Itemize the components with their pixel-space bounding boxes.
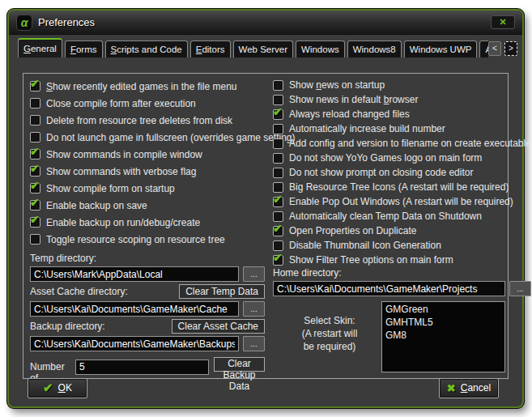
tab-windows8[interactable]: Windows8 <box>347 40 402 57</box>
checkbox-label: Enable backup on save <box>46 200 147 211</box>
checkbox-checked[interactable]: ✔ <box>30 183 40 194</box>
tab-windows-uwp[interactable]: Windows UWP <box>404 40 478 57</box>
home-directory-input[interactable] <box>273 281 505 296</box>
skin-option[interactable]: GM8 <box>385 329 501 342</box>
skin-option[interactable]: GMGreen <box>385 303 501 316</box>
preferences-window: α Preferences ✕ GeneralFormsScripts and … <box>7 9 524 408</box>
directories-section: Temp directory: ... Asset Cache director… <box>30 253 265 377</box>
chevron-right-icon: > <box>509 44 513 53</box>
tab-forms[interactable]: Forms <box>65 40 103 57</box>
left-checkbox-list: ✔Show recently edited games in the file … <box>30 78 265 248</box>
backup-directory-browse-button[interactable]: ... <box>243 336 265 351</box>
checkbox-unchecked[interactable] <box>30 115 40 126</box>
general-settings-panel: ✔Show recently edited games in the file … <box>23 73 509 379</box>
tab-android[interactable]: Android <box>479 40 488 57</box>
checkbox-row: ✔Show compile form on startup <box>30 180 265 197</box>
checkbox-label: Automatically clean Temp Data on Shutdow… <box>289 211 482 222</box>
skin-listbox[interactable]: GMGreenGMHTML5GM8 <box>381 301 505 372</box>
checkmark-icon: ✔ <box>30 162 40 175</box>
tab-web-server[interactable]: Web Server <box>233 40 294 57</box>
checkbox-checked[interactable]: ✔ <box>30 217 40 228</box>
checkbox-unchecked[interactable] <box>273 240 283 251</box>
checkbox-unchecked[interactable] <box>30 98 40 109</box>
checkbox-unchecked[interactable] <box>273 95 283 105</box>
checkbox-row: ✔Enable Pop Out Windows (A restart will … <box>273 194 531 209</box>
checkbox-label: Always reload changed files <box>289 109 410 120</box>
checkbox-checked[interactable]: ✔ <box>30 149 40 160</box>
checkbox-label: Do not launch game in fullscreen (overri… <box>46 132 296 143</box>
ok-button[interactable]: ✔ OK <box>28 378 87 398</box>
checkbox-label: Close compile form after execution <box>46 98 196 109</box>
checkbox-checked[interactable]: ✔ <box>30 166 40 177</box>
checkbox-row: Add config and version to filename on cr… <box>273 136 531 151</box>
checkbox-unchecked[interactable] <box>273 182 283 193</box>
tab-general[interactable]: General <box>18 38 62 57</box>
select-skin-section: Select Skin:(A restart willbe required) … <box>273 301 531 372</box>
home-directory-browse-button[interactable]: ... <box>509 281 531 296</box>
checkbox-row: Show news in default browser <box>273 92 531 107</box>
checkbox-row: Automatically increase build number <box>273 121 531 136</box>
checkmark-icon: ✔ <box>273 222 283 235</box>
checkbox-label: Show Filter Tree options on main form <box>289 254 453 266</box>
checkbox-row: ✔Show commands in compile window <box>30 146 265 163</box>
checkbox-row: Do not launch game in fullscreen (overri… <box>30 129 265 146</box>
checkbox-unchecked[interactable] <box>273 153 283 164</box>
select-skin-label: Select Skin:(A restart willbe required) <box>284 301 375 372</box>
checkbox-unchecked[interactable] <box>273 138 283 149</box>
title-bar[interactable]: α Preferences ✕ <box>9 11 522 35</box>
checkbox-checked[interactable]: ✔ <box>273 255 283 266</box>
temp-directory-input[interactable] <box>30 266 239 282</box>
clear-asset-cache-button[interactable]: Clear Asset Cache <box>172 319 265 334</box>
checkbox-row: Disable Thumbnail Icon Generation <box>273 238 531 253</box>
checkbox-checked[interactable]: ✔ <box>273 226 283 236</box>
checkbox-unchecked[interactable] <box>273 168 283 178</box>
tab-editors[interactable]: Editors <box>190 40 231 57</box>
checkbox-label: Delete from resource tree deletes from d… <box>46 115 232 126</box>
checkmark-icon: ✔ <box>43 381 53 395</box>
checkbox-row: Do not show YoYo Games logo on main form <box>273 151 531 165</box>
asset-cache-directory-input[interactable] <box>30 301 239 317</box>
tab-windows[interactable]: Windows <box>296 40 345 57</box>
backup-directory-input[interactable] <box>30 336 239 351</box>
checkbox-row: ✔Enable backup on run/debug/create <box>30 214 265 231</box>
cancel-button[interactable]: ✖ Cancel <box>439 378 499 398</box>
checkbox-label: Show commands in compile window <box>46 149 202 160</box>
checkbox-checked[interactable]: ✔ <box>273 109 283 120</box>
temp-directory-label: Temp directory: <box>30 253 265 265</box>
checkbox-row: Close compile form after execution <box>30 95 265 112</box>
checkbox-checked[interactable]: ✔ <box>273 197 283 207</box>
tab-scripts-and-code[interactable]: Scripts and Code <box>105 40 188 57</box>
clear-temp-data-button[interactable]: Clear Temp Data <box>179 284 265 299</box>
number-of-backups-input[interactable] <box>75 360 209 375</box>
checkbox-row: Automatically clean Temp Data on Shutdow… <box>273 209 531 223</box>
tab-scroll-left-button[interactable]: < <box>488 41 501 56</box>
checkbox-checked[interactable]: ✔ <box>30 81 40 91</box>
tab-bar: GeneralFormsScripts and CodeEditorsWeb S… <box>9 35 522 57</box>
checkbox-unchecked[interactable] <box>273 211 283 222</box>
tab-scroll-right-button[interactable]: > <box>504 41 517 56</box>
checkbox-unchecked[interactable] <box>273 124 283 134</box>
close-button[interactable]: ✕ <box>491 15 515 29</box>
skin-option[interactable]: GMHTML5 <box>385 316 501 329</box>
checkbox-row: Delete from resource tree deletes from d… <box>30 112 265 129</box>
checkbox-row: ✔Open Properties on Duplicate <box>273 223 531 238</box>
checkbox-label: Do not show prompt on closing code edito… <box>289 167 473 178</box>
checkbox-unchecked[interactable] <box>273 80 283 91</box>
asset-cache-browse-button[interactable]: ... <box>243 301 265 317</box>
checkbox-label: Enable backup on run/debug/create <box>46 217 200 228</box>
tab-list: GeneralFormsScripts and CodeEditorsWeb S… <box>18 38 488 57</box>
checkbox-label: Show news on startup <box>289 79 385 91</box>
right-column: Show news on startupShow news in default… <box>268 74 532 378</box>
checkmark-icon: ✔ <box>30 196 40 209</box>
checkbox-label: Open Properties on Duplicate <box>289 225 416 236</box>
x-icon: ✖ <box>447 382 456 394</box>
checkbox-label: Automatically increase build number <box>289 123 445 134</box>
checkbox-unchecked[interactable] <box>30 234 40 245</box>
checkbox-unchecked[interactable] <box>30 132 40 143</box>
gamemaker-logo-icon: α <box>16 15 32 31</box>
checkbox-label: Show compile form on startup <box>46 183 175 194</box>
temp-directory-browse-button[interactable]: ... <box>243 266 265 282</box>
clear-backup-data-button[interactable]: Clear Backup Data <box>214 357 265 372</box>
checkbox-checked[interactable]: ✔ <box>30 200 40 211</box>
checkbox-row: Toggle resource scoping on resource tree <box>30 231 265 248</box>
